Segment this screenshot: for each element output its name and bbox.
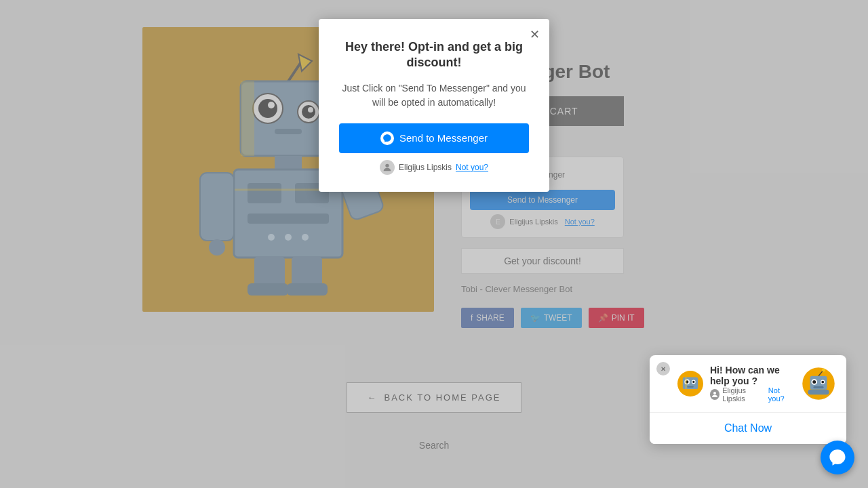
chat-widget-header: ✕ Hi! How can we help you ? bbox=[650, 355, 846, 412]
modal-close-button[interactable]: ✕ bbox=[530, 27, 540, 42]
svg-rect-34 bbox=[687, 386, 694, 388]
svg-rect-35 bbox=[685, 377, 687, 389]
chat-now-button[interactable]: Chat Now bbox=[650, 412, 846, 444]
chat-widget-greeting: Hi! How can we help you ? bbox=[710, 365, 795, 386]
chat-widget-info: Hi! How can we help you ? Eligijus Lipsk… bbox=[710, 365, 795, 403]
chat-widget-user-name: Eligijus Lipskis bbox=[722, 386, 766, 403]
svg-point-40 bbox=[812, 380, 816, 384]
chat-widget-close-button[interactable]: ✕ bbox=[656, 362, 670, 375]
svg-point-42 bbox=[821, 381, 824, 384]
send-to-messenger-label: Send to Messenger bbox=[399, 132, 488, 144]
chat-widget-user-row: Eligijus Lipskis Not you? bbox=[710, 386, 795, 403]
modal-user-row: Eligijus Lipskis Not you? bbox=[339, 160, 529, 175]
svg-point-46 bbox=[822, 369, 825, 372]
chat-widget-avatar bbox=[677, 371, 703, 396]
chat-widget-user-avatar-icon bbox=[710, 389, 719, 400]
chat-widget-not-you-link[interactable]: Not you? bbox=[768, 386, 795, 403]
modal-description: Just Click on "Send To Messenger" and yo… bbox=[339, 81, 529, 110]
modal-not-you-link[interactable]: Not you? bbox=[456, 163, 488, 172]
svg-point-36 bbox=[713, 392, 716, 394]
messenger-fab-button[interactable] bbox=[821, 441, 854, 474]
modal-title: Hey there! Opt-in and get a big discount… bbox=[339, 39, 529, 71]
svg-rect-44 bbox=[808, 390, 829, 395]
modal-user-avatar bbox=[380, 160, 395, 175]
svg-point-33 bbox=[692, 381, 694, 383]
modal-user-name: Eligijus Lipskis bbox=[399, 163, 452, 172]
svg-point-28 bbox=[385, 163, 389, 167]
messenger-logo-icon bbox=[380, 131, 394, 145]
chat-widget: ✕ Hi! How can we help you ? bbox=[650, 355, 846, 444]
svg-rect-43 bbox=[814, 386, 824, 388]
send-to-messenger-button[interactable]: Send to Messenger bbox=[339, 123, 529, 153]
opt-in-modal: ✕ Hey there! Opt-in and get a big discou… bbox=[319, 19, 549, 192]
chat-widget-robot-mascot bbox=[802, 367, 835, 401]
